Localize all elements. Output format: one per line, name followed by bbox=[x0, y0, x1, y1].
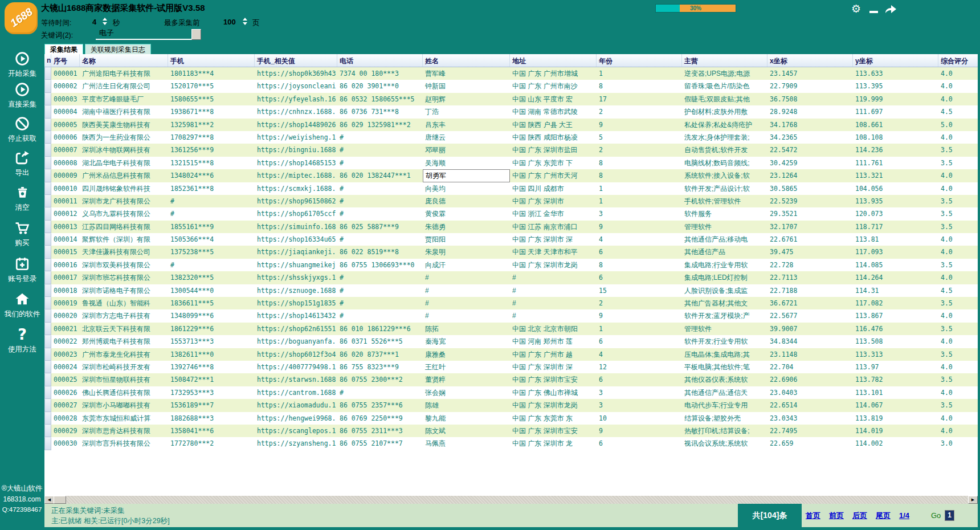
table-row[interactable]: 000030深圳市言升科技有限公1772780***2https://szyan… bbox=[44, 437, 978, 450]
table-row[interactable]: 000021北京联云天下科技有限1861229***6https://shop6… bbox=[44, 323, 978, 335]
table-cell[interactable]: 113.782 bbox=[853, 373, 938, 386]
column-header[interactable]: 名称 bbox=[80, 54, 168, 67]
table-cell[interactable]: 1 bbox=[597, 323, 682, 335]
table-cell[interactable]: https://shop151g1835 bbox=[255, 297, 337, 309]
table-cell[interactable]: 108.661 bbox=[853, 119, 938, 131]
table-row[interactable]: 000022郑州博观电子科技有限1553713***3https://bogua… bbox=[44, 335, 978, 348]
table-cell[interactable]: 3.5 bbox=[938, 373, 978, 386]
table-cell[interactable]: 1801183***4 bbox=[168, 67, 255, 80]
table-cell[interactable]: https://4007779498.1 bbox=[255, 361, 337, 373]
table-cell[interactable]: # bbox=[168, 207, 255, 220]
table-cell[interactable]: 9 bbox=[597, 119, 682, 131]
table-cell[interactable]: 86 0532 1580655***5 bbox=[337, 93, 423, 105]
table-cell[interactable]: 4.0 bbox=[938, 233, 978, 246]
table-cell[interactable]: 钟新国 bbox=[423, 80, 510, 92]
table-cell[interactable]: https://joysoncleani bbox=[255, 80, 337, 92]
row-selector[interactable] bbox=[44, 246, 51, 258]
table-row[interactable]: 000005陕西美芙康生物科技有1325981***2https://shop1… bbox=[44, 119, 978, 131]
table-cell[interactable]: # bbox=[337, 233, 423, 246]
table-cell[interactable]: 向成汗 bbox=[423, 259, 510, 271]
sidebar-item-2[interactable]: 直接采集 bbox=[0, 82, 44, 109]
table-cell[interactable]: 23.1457 bbox=[767, 67, 853, 80]
table-cell[interactable]: 4.0 bbox=[938, 425, 978, 437]
table-cell[interactable]: https://scmxkj.1688. bbox=[255, 182, 337, 195]
table-cell[interactable]: 1325981***2 bbox=[168, 119, 255, 131]
table-row[interactable]: 000001广州途阳电子科技有限1801183***4https://shop0… bbox=[44, 67, 978, 80]
table-cell[interactable]: 39.475 bbox=[767, 246, 853, 258]
table-cell[interactable]: 8 bbox=[597, 80, 682, 92]
table-cell[interactable]: 1358041***6 bbox=[168, 425, 255, 437]
table-cell[interactable]: 114.264 bbox=[853, 271, 938, 284]
table-cell[interactable]: 117.093 bbox=[853, 246, 938, 258]
table-cell[interactable]: 压电晶体;集成电路;其 bbox=[682, 348, 767, 361]
table-cell[interactable]: # bbox=[337, 182, 423, 195]
table-cell[interactable]: 中国 广东 深圳市宝安 bbox=[510, 425, 597, 437]
table-cell[interactable]: 假睫毛;双眼皮贴;其他 bbox=[682, 93, 767, 105]
table-row[interactable]: 000016深圳市双美科技有限公#https://shuangmeikej86 … bbox=[44, 259, 978, 271]
table-cell[interactable]: https://cantrom.1688 bbox=[255, 386, 337, 399]
table-cell[interactable]: 2 bbox=[597, 144, 682, 156]
table-cell[interactable]: 深圳市恒星物联科技有 bbox=[80, 373, 168, 386]
table-cell[interactable]: 康雅桑 bbox=[423, 348, 510, 361]
table-cell[interactable]: 王红叶 bbox=[423, 361, 510, 373]
table-cell[interactable]: 中国 广东 广州市天河 bbox=[510, 169, 597, 182]
table-cell[interactable]: 1382320***5 bbox=[168, 271, 255, 284]
table-row[interactable]: 000013江苏四目网络科技有限1855161***9https://simui… bbox=[44, 221, 978, 233]
table-cell[interactable]: 4.0 bbox=[938, 169, 978, 182]
table-cell[interactable]: 佛山长腾通信科技有限 bbox=[80, 386, 168, 399]
table-cell[interactable]: 1732953***3 bbox=[168, 386, 255, 399]
table-cell[interactable]: 000003 bbox=[51, 93, 80, 105]
table-cell[interactable]: 吕东丰 bbox=[423, 119, 510, 131]
table-cell[interactable]: 113.633 bbox=[853, 67, 938, 80]
row-selector[interactable] bbox=[44, 373, 51, 386]
table-cell[interactable]: 000017 bbox=[51, 271, 80, 284]
table-cell[interactable]: 曹军峰 bbox=[423, 67, 510, 80]
table-row[interactable]: 000012义乌市九霖科技有限公#https://shop61705ccf#黄俊… bbox=[44, 207, 978, 220]
column-header[interactable]: 综合评分 bbox=[938, 54, 978, 67]
row-selector[interactable] bbox=[44, 144, 51, 156]
table-cell[interactable]: 深圳市言升科技有限公 bbox=[80, 437, 168, 450]
column-header[interactable]: 地址 bbox=[510, 54, 597, 67]
table-cell[interactable]: 中国 广东 深圳市龙岗 bbox=[510, 259, 597, 271]
table-cell[interactable]: 留香珠;吸色片/防染色 bbox=[682, 80, 767, 92]
table-cell[interactable]: 深圳市双美科技有限公 bbox=[80, 259, 168, 271]
table-cell[interactable]: 中国 广东 广州市 越 bbox=[510, 348, 597, 361]
table-cell[interactable]: https://bingniu.1688 bbox=[255, 144, 337, 156]
table-cell[interactable]: 000004 bbox=[51, 105, 80, 118]
table-row[interactable]: 000027深圳市小马嘟嘟科技有1536189***7https://xiaom… bbox=[44, 399, 978, 411]
table-cell[interactable]: 天津佳谦科技有限公司 bbox=[80, 246, 168, 258]
table-cell[interactable]: 热敏打印机;结算设备; bbox=[682, 425, 767, 437]
table-cell[interactable]: 广州洁生日化有限公司 bbox=[80, 80, 168, 92]
table-cell[interactable]: 陕西美芙康生物科技有 bbox=[80, 119, 168, 131]
table-cell[interactable]: https://shop6012f3o4 bbox=[255, 348, 337, 361]
table-cell[interactable]: 22.6514 bbox=[767, 399, 853, 411]
table-cell[interactable]: 111.761 bbox=[853, 157, 938, 169]
column-header[interactable]: x坐标 bbox=[767, 54, 853, 67]
table-cell[interactable]: 洗发水;身体护理套装; bbox=[682, 131, 767, 144]
table-cell[interactable]: https://jiaqiankeji. bbox=[255, 246, 337, 258]
table-row[interactable]: 000011深圳市龙广科技有限公#https://shop96150862#庞良… bbox=[44, 195, 978, 207]
table-cell[interactable]: 1553713***3 bbox=[168, 335, 255, 348]
table-cell[interactable]: 86 025 5887***9 bbox=[337, 221, 423, 233]
table-row[interactable]: 000006陕西为一生药业有限公1708297***8https://weiyi… bbox=[44, 131, 978, 144]
table-cell[interactable]: 86 755 8323***9 bbox=[337, 361, 423, 373]
table-cell[interactable]: 22.7495 bbox=[767, 425, 853, 437]
table-cell[interactable]: 000030 bbox=[51, 437, 80, 450]
table-cell[interactable]: 113.313 bbox=[853, 348, 938, 361]
pager-next[interactable]: 后页 bbox=[852, 511, 867, 521]
table-row[interactable]: 000004湖南中禧医疗科技有限1938671***8https://cnhnz… bbox=[44, 105, 978, 118]
table-cell[interactable]: # bbox=[510, 297, 597, 309]
table-cell[interactable]: 22.728 bbox=[767, 259, 853, 271]
table-cell[interactable]: 22.5239 bbox=[767, 195, 853, 207]
table-cell[interactable]: 1938671***8 bbox=[168, 105, 255, 118]
table-cell[interactable]: https://cnhnzx.1688. bbox=[255, 105, 337, 118]
table-cell[interactable]: 1 bbox=[597, 195, 682, 207]
table-row[interactable]: 000008湖北晶华电子科技有限1321515***8https://shop1… bbox=[44, 157, 978, 169]
table-cell[interactable]: 自动售货机;软件开发 bbox=[682, 144, 767, 156]
table-cell[interactable]: 23.0403 bbox=[767, 386, 853, 399]
table-cell[interactable]: 22.5677 bbox=[767, 309, 853, 322]
table-cell[interactable]: 000020 bbox=[51, 309, 80, 322]
table-cell[interactable]: 23.1148 bbox=[767, 348, 853, 361]
table-cell[interactable]: 3.0 bbox=[938, 437, 978, 450]
table-cell[interactable]: 鲁视通（山东）智能科 bbox=[80, 297, 168, 309]
